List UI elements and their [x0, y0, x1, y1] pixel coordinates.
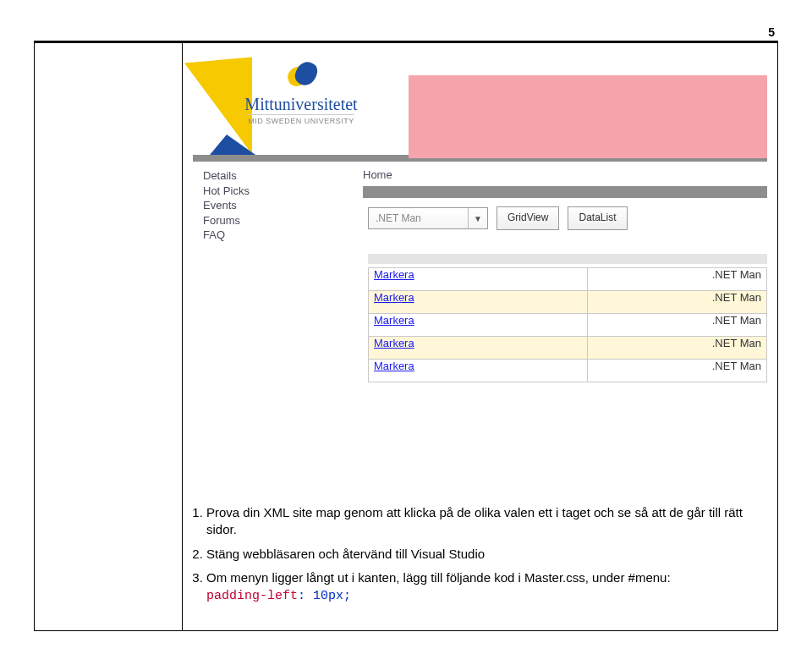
empty-left-cell — [35, 43, 183, 631]
code-snippet: padding-left: 10px; — [206, 587, 351, 602]
header-area: Mittuniversitetet MID SWEDEN UNIVERSITY — [193, 52, 767, 153]
mark-link[interactable]: Markera — [369, 337, 588, 360]
list-item-text: Om menyn ligger långt ut i kanten, lägg … — [206, 570, 671, 585]
dotman-cell: .NET Man — [588, 314, 767, 337]
table-row: Markera .NET Man — [369, 337, 767, 360]
screenshot-container: Mittuniversitetet MID SWEDEN UNIVERSITY … — [183, 43, 777, 494]
code-property: padding-left — [206, 589, 298, 603]
table-row: Markera .NET Man — [369, 291, 767, 314]
sidebar-item-faq[interactable]: FAQ — [203, 228, 351, 243]
logo: Mittuniversitetet MID SWEDEN UNIVERSITY — [208, 60, 394, 125]
dotman-cell: .NET Man — [588, 291, 767, 314]
main-pane: Home .NET Man ▼ GridView DataList — [351, 165, 767, 484]
table-row: Markera .NET Man — [369, 360, 767, 382]
mark-link[interactable]: Markera — [369, 268, 588, 291]
grey-strip — [363, 186, 767, 198]
bottom-space — [363, 382, 767, 484]
category-dropdown[interactable]: .NET Man ▼ — [368, 207, 488, 229]
chevron-down-icon: ▼ — [469, 214, 487, 223]
embedded-screenshot: Mittuniversitetet MID SWEDEN UNIVERSITY … — [193, 52, 767, 484]
dropdown-value: .NET Man — [369, 208, 469, 228]
screenshot-body: Details Hot Picks Events Forums FAQ Home — [193, 162, 767, 484]
table-row: Markera .NET Man — [369, 268, 767, 291]
sidebar-item-events[interactable]: Events — [203, 198, 351, 213]
mark-link[interactable]: Markera — [369, 360, 588, 382]
controls-row: .NET Man ▼ GridView DataList — [363, 206, 767, 230]
sidebar-item-hotpicks[interactable]: Hot Picks — [203, 184, 351, 199]
document-cell-table: Mittuniversitetet MID SWEDEN UNIVERSITY … — [34, 42, 778, 631]
dotman-cell: .NET Man — [588, 268, 767, 291]
logo-swirl-icon — [283, 60, 320, 92]
datalist-button[interactable]: DataList — [568, 206, 627, 230]
gridview-button[interactable]: GridView — [497, 206, 559, 230]
list-item: Prova din XML site map genom att klicka … — [206, 504, 767, 539]
table-row: Markera .NET Man — [369, 314, 767, 337]
sidebar-item-forums[interactable]: Forums — [203, 213, 351, 228]
data-table: Markera .NET Man Markera .NET Man Marker… — [368, 267, 767, 382]
spacer-strip — [368, 254, 767, 264]
list-item: Om menyn ligger långt ut i kanten, lägg … — [206, 569, 767, 606]
logo-word: Mittuniversitetet — [244, 96, 357, 113]
page-number: 5 — [34, 25, 778, 39]
mark-link[interactable]: Markera — [369, 314, 588, 337]
sidebar: Details Hot Picks Events Forums FAQ — [198, 165, 351, 243]
dotman-cell: .NET Man — [588, 337, 767, 360]
content-cell: Mittuniversitetet MID SWEDEN UNIVERSITY … — [183, 43, 778, 631]
sidebar-item-details[interactable]: Details — [203, 168, 351, 184]
instruction-list: Prova din XML site map genom att klicka … — [183, 504, 777, 630]
code-value: : 10px; — [298, 589, 351, 603]
list-item: Stäng webbläsaren och återvänd till Visu… — [206, 546, 767, 563]
breadcrumb[interactable]: Home — [363, 168, 767, 186]
mark-link[interactable]: Markera — [369, 291, 588, 314]
logo-subtitle: MID SWEDEN UNIVERSITY — [248, 114, 354, 125]
blue-wedge — [210, 135, 255, 155]
dotman-cell: .NET Man — [588, 360, 767, 382]
